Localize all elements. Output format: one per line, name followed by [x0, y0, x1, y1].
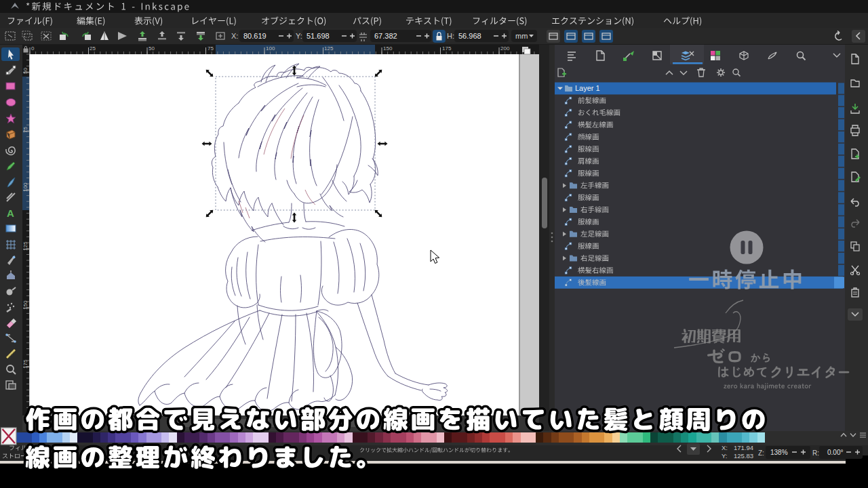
svg-text:X:: X:: [231, 32, 238, 40]
svg-text:A: A: [7, 207, 14, 219]
svg-text:56.968: 56.968: [458, 32, 481, 40]
svg-text:200: 200: [500, 45, 510, 52]
svg-text:Layer 1: Layer 1: [575, 84, 600, 92]
svg-text:50: 50: [149, 45, 155, 52]
svg-text:67.382: 67.382: [374, 32, 397, 40]
svg-text:100: 100: [266, 45, 275, 52]
svg-text:80.619: 80.619: [243, 32, 267, 40]
svg-text:75: 75: [22, 127, 28, 133]
svg-text:mm: mm: [515, 32, 528, 40]
svg-text:0.00°: 0.00°: [827, 449, 843, 456]
svg-text:51.698: 51.698: [307, 32, 330, 40]
svg-text:25: 25: [90, 45, 96, 52]
svg-text:R:: R:: [812, 449, 819, 457]
svg-text:0: 0: [31, 45, 35, 52]
svg-text:100: 100: [22, 182, 28, 192]
svg-text:171.94: 171.94: [734, 444, 753, 451]
svg-text:125: 125: [324, 45, 334, 52]
svg-text:150: 150: [383, 45, 393, 52]
svg-text:138%: 138%: [770, 449, 788, 456]
svg-text:125.83: 125.83: [734, 452, 753, 460]
svg-text:75: 75: [208, 45, 214, 52]
svg-text:Z:: Z:: [758, 449, 764, 457]
svg-text:H:: H:: [447, 32, 454, 40]
svg-text:Y:: Y:: [296, 32, 302, 40]
svg-text:50: 50: [22, 68, 28, 74]
svg-text:175: 175: [22, 359, 28, 369]
svg-text:150: 150: [22, 300, 28, 310]
svg-text:125: 125: [22, 241, 28, 251]
svg-text:Y:: Y:: [722, 452, 727, 460]
svg-text:X:: X:: [722, 444, 728, 451]
svg-text:175: 175: [442, 45, 452, 52]
